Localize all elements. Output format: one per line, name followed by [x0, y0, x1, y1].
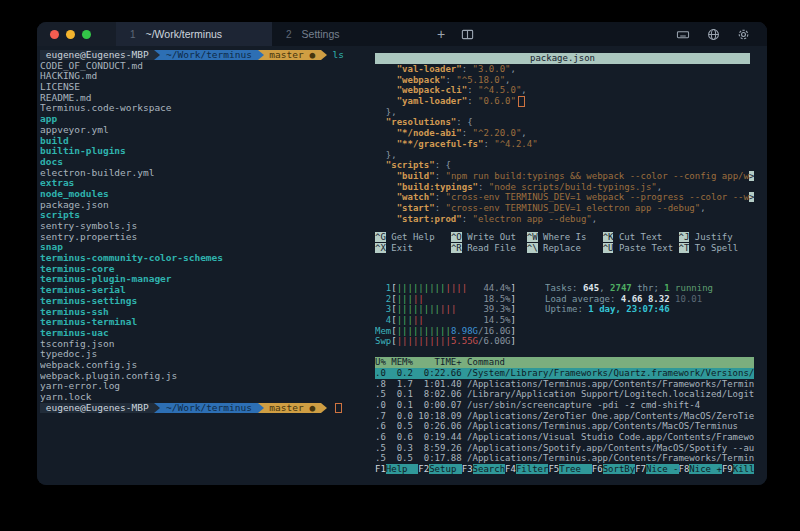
file-entry: docs: [40, 157, 374, 168]
text-segment: ,: [599, 283, 610, 293]
process-row: .0 0.1 0:00.07 /usr/sbin/screencapture -…: [375, 400, 754, 411]
text-segment: terminus-community-color-schemes: [40, 253, 223, 263]
text-segment: builtin-plugins: [40, 146, 126, 156]
file-entry: yarn.lock: [40, 392, 374, 403]
text-segment: Search: [473, 464, 506, 474]
text-segment: ^W: [527, 232, 538, 242]
text-segment: [335, 403, 342, 413]
text-segment: :: [462, 64, 473, 74]
text-segment: Replace: [538, 243, 603, 253]
text-segment: [375, 192, 397, 202]
web-button[interactable]: [703, 28, 723, 41]
text-segment: "cross-env TERMINUS_DEV=1 electron app -…: [445, 203, 700, 213]
text-segment: [375, 182, 397, 192]
process-row: .5 0.5 0:17.88 /Applications/Terminus.ap…: [375, 453, 754, 464]
text-segment: ,: [657, 182, 662, 192]
file-entry: terminus-terminal: [40, 317, 374, 328]
text-segment: [375, 160, 386, 170]
text-segment: CODE_OF_CONDUCT.md: [40, 61, 143, 71]
text-segment: Swp: [375, 336, 391, 346]
file-entry: tsconfig.json: [40, 339, 374, 350]
text-segment: tsconfig.json: [40, 339, 114, 349]
text-segment: "3.0.0": [473, 64, 511, 74]
text-segment: 645: [583, 283, 599, 293]
process-row: .6 0.6 0:19.44 /Applications/Visual Stud…: [375, 432, 754, 443]
file-entry: electron-builder.yml: [40, 168, 374, 179]
text-segment: .0 0.1 0:00.07 /usr/sbin/screencapture -…: [375, 400, 700, 410]
nano-pane[interactable]: package.json GNU nano 4.5 "val-loader": …: [375, 53, 754, 254]
text-segment: |||: [440, 304, 456, 314]
tab-settings[interactable]: 2 Settings: [272, 22, 428, 46]
cpu-meter-4: 4[||||| 14.5%]: [375, 315, 754, 326]
text-segment: /6.00G: [478, 336, 511, 346]
text-segment: 4: [375, 315, 391, 325]
mem-meter: Mem[||||||||||8.98G/16.0G]: [375, 326, 754, 337]
tab-number: 2: [286, 29, 292, 40]
terminal-line: "yaml-loader": "0.6.0": [375, 96, 754, 107]
shell-pane[interactable]: eugene@Eugenes-MBP ~/Work/terminus maste…: [40, 50, 374, 483]
text-segment: "node scripts/build-typings.js": [489, 182, 657, 192]
text-segment: ||||||||||: [397, 336, 451, 346]
text-segment: .8 1.7 1:01.40 /Applications/Terminus.ap…: [375, 379, 754, 389]
text-segment: [375, 85, 397, 95]
text-segment: terminus-settings: [40, 296, 137, 306]
text-segment: scripts: [40, 210, 80, 220]
uptime-line: Uptime: 1 day, 23:07:46: [545, 304, 713, 315]
text-segment: ||||: [445, 283, 467, 293]
text-segment: "start": [397, 203, 435, 213]
tab-work-terminus[interactable]: 1 ~/Work/terminus: [116, 22, 272, 46]
process-row: .7 0.0 10:18.09 /Applications/ZeroTier O…: [375, 411, 754, 422]
text-segment: [327, 403, 333, 413]
text-segment: "resolutions": [386, 117, 456, 127]
terminal-content: eugene@Eugenes-MBP ~/Work/terminus maste…: [37, 46, 767, 485]
nano-buffer: "val-loader": "3.0.0", "webpack": "^5.18…: [375, 64, 754, 224]
terminal-line: "start": "cross-env TERMINUS_DEV=1 elect…: [375, 203, 754, 214]
text-segment: [424, 294, 484, 304]
nano-shortcut-row: ^X Exit ^R Read File ^\ Replace ^U Paste…: [375, 243, 754, 254]
text-segment: terminus-core: [40, 264, 114, 274]
settings-button[interactable]: [733, 28, 753, 41]
text-segment: 1: [375, 283, 391, 293]
terminal-line: "start:prod": "electron app --debug",: [375, 214, 754, 225]
split-pane-button[interactable]: [454, 22, 480, 46]
text-segment: extras: [40, 178, 74, 188]
file-entry: Terminus.code-workspace: [40, 103, 374, 114]
tab-number: 1: [130, 29, 136, 40]
keyboard-icon: [676, 28, 690, 41]
new-tab-button[interactable]: +: [428, 22, 454, 46]
file-entry: HACKING.md: [40, 71, 374, 82]
text-segment: SortBy: [603, 464, 636, 474]
text-segment: ^R: [451, 243, 462, 253]
terminal-line: "**/graceful-fs": "^4.2.4": [375, 139, 754, 150]
text-segment: Read File: [462, 243, 527, 253]
minimize-button[interactable]: [66, 30, 75, 39]
keyboard-button[interactable]: [673, 28, 693, 41]
text-segment: F5: [548, 464, 559, 474]
text-segment: yarn-error.log: [40, 381, 120, 391]
process-table-header: U% MEM% TIME+ Command: [375, 357, 754, 368]
text-segment: package.json: [40, 200, 109, 210]
text-segment: webpack.plugin.config.js: [40, 371, 177, 381]
text-segment: webpack.config.js: [40, 360, 137, 370]
text-segment: Nice +: [689, 464, 722, 474]
close-button[interactable]: [50, 30, 59, 39]
zoom-button[interactable]: [82, 30, 91, 39]
text-segment: >: [749, 192, 754, 202]
text-segment: ]: [511, 315, 516, 325]
text-segment: "^2.20.0": [473, 128, 522, 138]
text-segment: :: [478, 182, 489, 192]
file-entry: sentry.properties: [40, 232, 374, 243]
htop-pane[interactable]: 1[||||||||||||| 44.4%] 2[||||| 18.5%] 3[…: [375, 283, 754, 481]
file-entry: scripts: [40, 210, 374, 221]
text-segment: 8.32: [648, 294, 675, 304]
file-entry: builtin-plugins: [40, 146, 374, 157]
text-segment: 1 day, 23:07:46: [588, 304, 669, 314]
process-row-selected: .0 0.2 0:22.66 /System/Library/Framework…: [375, 368, 754, 379]
text-segment: [375, 214, 397, 224]
process-row: .6 0.5 0:26.06 /Applications/Terminus.ap…: [375, 421, 754, 432]
file-entry: terminus-plugin-manager: [40, 274, 374, 285]
swap-meter: Swp[||||||||||5.55G/6.00G]: [375, 336, 754, 347]
text-segment: :: [435, 192, 446, 202]
tab-title: ~/Work/terminus: [146, 28, 223, 40]
terminal-line: "build:typings": "node scripts/build-typ…: [375, 182, 754, 193]
